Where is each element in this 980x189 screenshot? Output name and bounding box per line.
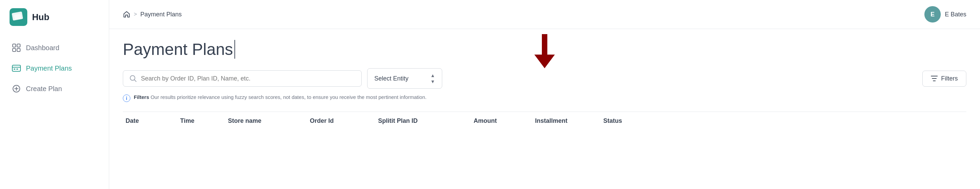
sidebar-logo: Hub [0,8,109,38]
table-header: Date Time Store name Order Id Splitit Pl… [123,111,966,128]
filters-button[interactable]: Filters [922,71,966,87]
col-amount: Amount [471,118,532,124]
filters-button-label: Filters [941,75,958,82]
home-icon[interactable] [123,11,130,18]
info-message: Filters Our results prioritize relevance… [134,94,426,100]
svg-rect-2 [13,48,16,51]
svg-line-12 [134,80,137,82]
main-content: > Payment Plans E E Bates Payment Plans [109,0,980,189]
sidebar-item-dashboard[interactable]: Dashboard [5,38,103,57]
svg-rect-0 [13,44,16,47]
col-splitit-plan-id: Splitit Plan ID [375,118,471,124]
app-name: Hub [32,12,49,22]
col-order-id: Order Id [307,118,375,124]
user-avatar[interactable]: E [924,6,941,22]
col-installment: Installment [532,118,601,124]
user-section: E E Bates [924,6,966,22]
info-row: i Filters Our results prioritize relevan… [123,94,966,102]
topbar: > Payment Plans E E Bates [109,0,980,29]
select-arrows-icon: ▲ ▼ [430,73,435,84]
svg-rect-7 [16,68,18,70]
dashboard-icon [11,43,21,52]
entity-select[interactable]: Select Entity ▲ ▼ [367,68,442,89]
info-text-content: Our results prioritize relevance using f… [149,94,426,100]
page-title: Payment Plans [123,40,235,59]
col-store-name: Store name [225,118,307,124]
search-row: Select Entity ▲ ▼ Filters [123,68,966,89]
col-status: Status [601,118,655,124]
create-plan-icon [11,84,21,94]
payment-plans-icon [11,64,21,73]
svg-rect-3 [17,48,20,51]
sidebar: Hub Dashboard [0,0,109,189]
col-date: Date [123,118,177,124]
svg-rect-4 [12,65,21,71]
info-icon: i [123,94,130,102]
sidebar-item-payment-plans[interactable]: Payment Plans [5,59,103,78]
sidebar-item-create-plan-label: Create Plan [26,85,62,93]
sidebar-item-create-plan[interactable]: Create Plan [5,79,103,98]
col-time: Time [177,118,225,124]
entity-select-label: Select Entity [374,75,409,82]
svg-rect-1 [17,44,20,47]
sidebar-nav: Dashboard Payment Plans [0,38,109,98]
breadcrumb: > Payment Plans [123,11,181,18]
breadcrumb-current: Payment Plans [140,11,181,18]
sidebar-item-payment-plans-label: Payment Plans [26,65,72,72]
search-icon [129,75,137,82]
info-text-bold: Filters [134,94,149,100]
annotation-arrow [535,34,555,68]
sidebar-item-dashboard-label: Dashboard [26,44,59,52]
filter-icon [931,75,938,81]
user-name: E Bates [945,11,966,18]
app-logo-icon [10,8,27,26]
breadcrumb-separator: > [134,11,137,17]
svg-rect-6 [14,68,15,70]
search-input[interactable] [141,75,355,82]
page-content: Payment Plans Select Entity [109,29,980,189]
search-box[interactable] [123,70,362,87]
